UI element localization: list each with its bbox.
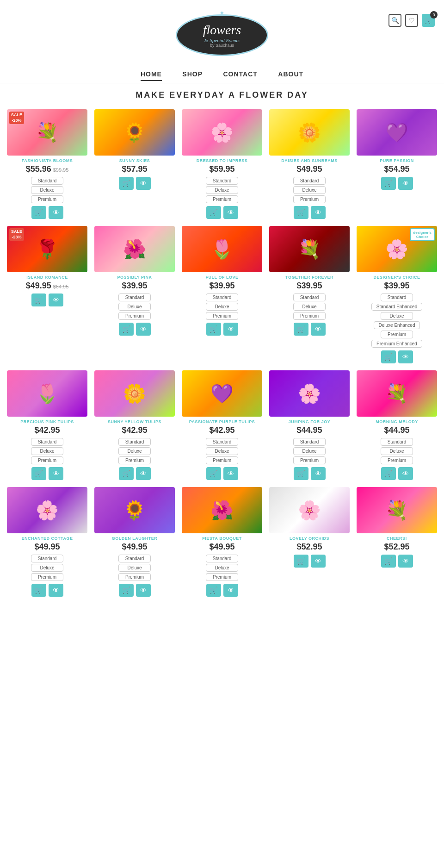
option-button[interactable]: Deluxe — [293, 186, 326, 194]
option-button[interactable]: Standard — [206, 555, 238, 562]
add-to-cart-button[interactable]: 🛒 — [381, 467, 396, 480]
add-to-cart-button[interactable]: 🛒 — [294, 555, 308, 568]
option-button[interactable]: Deluxe — [118, 447, 151, 455]
add-to-cart-button[interactable]: 🛒 — [31, 206, 46, 219]
add-to-cart-button[interactable]: 🛒 — [294, 206, 308, 219]
option-button[interactable]: Premium — [293, 195, 326, 203]
product-price-wrap: $57.95 — [94, 164, 175, 174]
add-to-cart-button[interactable]: 🛒 — [119, 584, 134, 597]
add-to-cart-button[interactable]: 🛒 — [206, 323, 221, 336]
quick-view-button[interactable]: 👁 — [398, 177, 413, 190]
quick-view-button[interactable]: 👁 — [223, 206, 238, 219]
quick-view-button[interactable]: 👁 — [398, 350, 413, 363]
add-to-cart-button[interactable]: 🛒 — [206, 467, 221, 480]
quick-view-button[interactable]: 👁 — [311, 467, 326, 480]
option-button[interactable]: Deluxe — [118, 564, 151, 572]
option-button[interactable]: Standard — [206, 177, 238, 185]
quick-view-button[interactable]: 👁 — [49, 293, 63, 306]
quick-view-button[interactable]: 👁 — [398, 555, 413, 568]
option-button[interactable]: Standard — [206, 438, 238, 446]
option-button[interactable]: Deluxe — [31, 447, 63, 455]
option-button[interactable]: Deluxe — [381, 312, 413, 320]
quick-view-button[interactable]: 👁 — [136, 584, 151, 597]
option-button[interactable]: Premium — [381, 331, 413, 338]
add-to-cart-button[interactable]: 🛒 — [294, 323, 308, 336]
option-button[interactable]: Deluxe — [293, 447, 326, 455]
cart-icon[interactable]: 🛒 0 — [422, 14, 435, 27]
option-button[interactable]: Standard — [381, 438, 413, 446]
quick-view-button[interactable]: 👁 — [223, 584, 238, 597]
add-to-cart-button[interactable]: 🛒 — [381, 555, 396, 568]
option-button[interactable]: Premium — [293, 312, 326, 320]
quick-view-button[interactable]: 👁 — [136, 177, 151, 190]
option-button[interactable]: Standard — [31, 177, 63, 185]
product-card-20: 💐 CHEERS! $52.95 🛒 👁 — [357, 487, 437, 597]
option-button[interactable]: Deluxe — [206, 186, 238, 194]
option-button[interactable]: Premium — [31, 573, 63, 581]
add-to-cart-button[interactable]: 🛒 — [206, 206, 221, 219]
quick-view-button[interactable]: 👁 — [49, 467, 63, 480]
option-button[interactable]: Deluxe — [31, 186, 63, 194]
option-button[interactable]: Standard Enhanced — [371, 303, 422, 311]
add-to-cart-button[interactable]: 🛒 — [294, 467, 308, 480]
quick-view-button[interactable]: 👁 — [311, 206, 326, 219]
quick-view-button[interactable]: 👁 — [136, 467, 151, 480]
option-button[interactable]: Standard — [118, 555, 151, 562]
option-button[interactable]: Premium — [118, 573, 151, 581]
option-button[interactable]: Premium — [118, 312, 151, 320]
search-icon[interactable]: 🔍 — [388, 14, 401, 27]
option-button[interactable]: Standard — [293, 293, 326, 301]
wishlist-icon[interactable]: ♡ — [405, 14, 418, 27]
option-button[interactable]: Premium — [31, 195, 63, 203]
add-to-cart-button[interactable]: 🛒 — [381, 177, 396, 190]
add-to-cart-button[interactable]: 🛒 — [31, 467, 46, 480]
quick-view-button[interactable]: 👁 — [223, 467, 238, 480]
option-button[interactable]: Deluxe Enhanced — [374, 321, 420, 329]
quick-view-button[interactable]: 👁 — [223, 323, 238, 336]
option-button[interactable]: Standard — [293, 177, 326, 185]
nav-about[interactable]: ABOUT — [278, 70, 303, 78]
quick-view-button[interactable]: 👁 — [311, 555, 326, 568]
flower-emoji-icon: 💜 — [385, 122, 408, 144]
quick-view-button[interactable]: 👁 — [311, 323, 326, 336]
nav-shop[interactable]: SHOP — [182, 70, 203, 78]
add-to-cart-button[interactable]: 🛒 — [119, 177, 134, 190]
option-button[interactable]: Deluxe — [118, 303, 151, 311]
add-to-cart-button[interactable]: 🛒 — [119, 323, 134, 336]
add-to-cart-button[interactable]: 🛒 — [381, 350, 396, 363]
option-button[interactable]: Standard — [206, 293, 238, 301]
nav-home[interactable]: HOME — [141, 70, 162, 81]
option-button[interactable]: Standard — [31, 438, 63, 446]
option-button[interactable]: Premium — [381, 456, 413, 464]
action-buttons: 🛒 👁 — [182, 323, 262, 336]
option-button[interactable]: Deluxe — [206, 303, 238, 311]
option-button[interactable]: Deluxe — [206, 447, 238, 455]
add-to-cart-button[interactable]: 🛒 — [31, 293, 46, 306]
quick-view-button[interactable]: 👁 — [49, 206, 63, 219]
product-image-wrap: 🌸 — [7, 487, 87, 533]
option-button[interactable]: Deluxe — [206, 564, 238, 572]
quick-view-button[interactable]: 👁 — [49, 584, 63, 597]
add-to-cart-button[interactable]: 🛒 — [206, 584, 221, 597]
option-button[interactable]: Standard — [31, 555, 63, 562]
option-button[interactable]: Standard — [118, 438, 151, 446]
option-button[interactable]: Premium Enhanced — [371, 340, 422, 348]
add-to-cart-button[interactable]: 🛒 — [31, 584, 46, 597]
option-button[interactable]: Deluxe — [293, 303, 326, 311]
option-button[interactable]: Premium — [31, 456, 63, 464]
quick-view-button[interactable]: 👁 — [398, 467, 413, 480]
add-to-cart-button[interactable]: 🛒 — [119, 467, 134, 480]
option-button[interactable]: Premium — [206, 573, 238, 581]
option-button[interactable]: Premium — [206, 456, 238, 464]
option-button[interactable]: Premium — [118, 456, 151, 464]
quick-view-button[interactable]: 👁 — [136, 323, 151, 336]
option-button[interactable]: Deluxe — [31, 564, 63, 572]
option-button[interactable]: Standard — [293, 438, 326, 446]
option-button[interactable]: Standard — [381, 293, 413, 301]
option-button[interactable]: Deluxe — [381, 447, 413, 455]
option-button[interactable]: Premium — [206, 312, 238, 320]
option-button[interactable]: Premium — [293, 456, 326, 464]
nav-contact[interactable]: CONTACT — [223, 70, 257, 78]
option-button[interactable]: Standard — [118, 293, 151, 301]
option-button[interactable]: Premium — [206, 195, 238, 203]
